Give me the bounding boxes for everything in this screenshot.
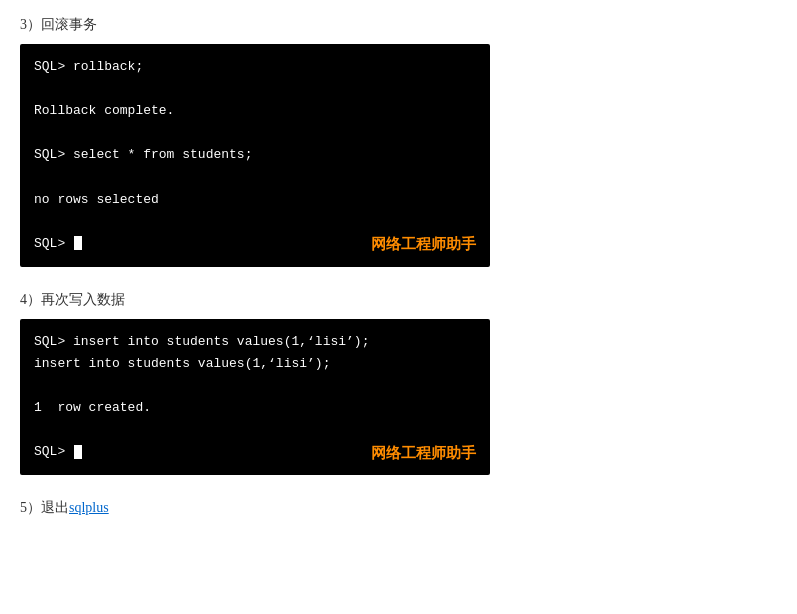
section-4-title: 4）再次写入数据 <box>20 291 777 309</box>
section-5-prefix: 5）退出 <box>20 500 69 515</box>
section-4-title-text: 4）再次写入数据 <box>20 292 125 307</box>
terminal-line-5: SQL> select * from students; <box>34 144 476 166</box>
section-3-title: 3）回滚事务 <box>20 16 777 34</box>
terminal-insert-line-2: insert into students values(1,‘lisi’); <box>34 353 476 375</box>
section-insert-again: 4）再次写入数据 SQL> insert into students value… <box>20 291 777 476</box>
terminal-line-7: no rows selected <box>34 189 476 211</box>
terminal-insert-line-3 <box>34 375 476 397</box>
terminal-insert-line-5 <box>34 419 476 441</box>
section-5-title: 5）退出sqlplus <box>20 499 777 517</box>
sqlplus-link[interactable]: sqlplus <box>69 500 109 515</box>
terminal-line-4 <box>34 122 476 144</box>
terminal-line-8 <box>34 211 476 233</box>
cursor-2 <box>74 445 82 459</box>
terminal-insert-line-4: 1 row created. <box>34 397 476 419</box>
terminal-insert-line-1: SQL> insert into students values(1,‘lisi… <box>34 331 476 353</box>
watermark-1: 网络工程师助手 <box>371 231 476 257</box>
section-3-title-text: 3）回滚事务 <box>20 17 97 32</box>
terminal-line-2 <box>34 78 476 100</box>
cursor-1 <box>74 236 82 250</box>
terminal-line-6 <box>34 166 476 188</box>
section-rollback: 3）回滚事务 SQL> rollback; Rollback complete.… <box>20 16 777 267</box>
terminal-line-1: SQL> rollback; <box>34 56 476 78</box>
terminal-insert: SQL> insert into students values(1,‘lisi… <box>20 319 490 476</box>
terminal-rollback: SQL> rollback; Rollback complete. SQL> s… <box>20 44 490 267</box>
terminal-line-3: Rollback complete. <box>34 100 476 122</box>
watermark-2: 网络工程师助手 <box>371 440 476 466</box>
section-exit: 5）退出sqlplus <box>20 499 777 517</box>
